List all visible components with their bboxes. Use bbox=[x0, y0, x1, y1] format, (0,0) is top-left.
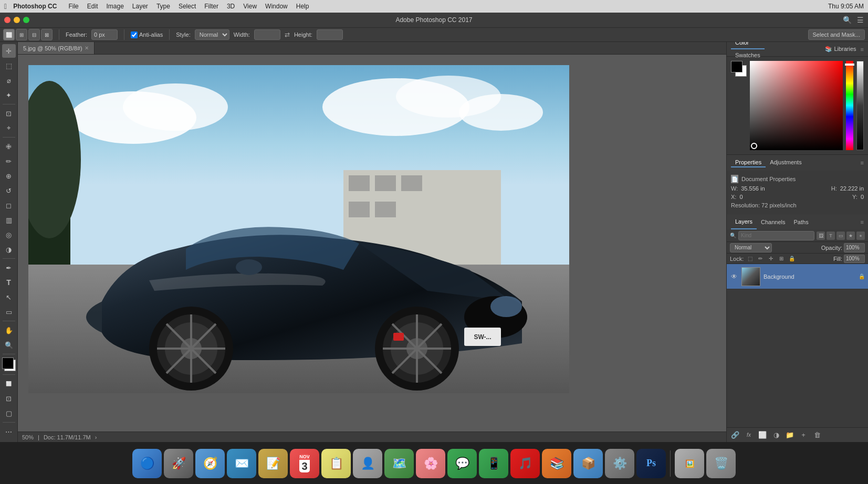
style-select[interactable]: Normal bbox=[195, 29, 229, 40]
tool-brush[interactable]: ✏ bbox=[2, 154, 16, 168]
tool-lasso[interactable]: ⌀ bbox=[2, 73, 16, 87]
filter-shape-icon[interactable]: ▭ bbox=[836, 232, 845, 240]
dock-trash[interactable]: 🗑️ bbox=[706, 449, 736, 478]
swap-icon[interactable]: ⇄ bbox=[285, 31, 290, 38]
color-panel-menu[interactable]: ≡ bbox=[861, 46, 864, 52]
anti-alias-checkbox-label[interactable]: Anti-alias bbox=[131, 31, 163, 38]
dock-photos[interactable]: 🌸 bbox=[416, 449, 445, 478]
opacity-input[interactable] bbox=[844, 243, 865, 252]
layer-item[interactable]: 👁 Background 🔒 bbox=[727, 264, 868, 289]
tab-adjustments[interactable]: Adjustments bbox=[766, 158, 806, 167]
tab-layers[interactable]: Layers bbox=[731, 215, 757, 229]
menu-type[interactable]: Type bbox=[153, 3, 173, 10]
dock-contacts[interactable]: 👤 bbox=[353, 449, 382, 478]
layers-panel-menu[interactable]: ≡ bbox=[861, 219, 864, 225]
file-tab-close[interactable]: ✕ bbox=[85, 45, 89, 51]
minimize-button[interactable] bbox=[14, 17, 20, 23]
tool-extras[interactable]: ⋯ bbox=[2, 425, 16, 438]
tool-clone[interactable]: ⊕ bbox=[2, 169, 16, 183]
lock-transparent-btn[interactable]: ⬚ bbox=[746, 255, 754, 263]
dock-appstore[interactable]: 📦 bbox=[573, 449, 603, 478]
tab-properties[interactable]: Properties bbox=[731, 158, 766, 167]
dock-sysprefs[interactable]: ⚙️ bbox=[605, 449, 634, 478]
menu-view[interactable]: View bbox=[240, 3, 260, 10]
tool-pen[interactable]: ✒ bbox=[2, 261, 16, 275]
select-mask-button[interactable]: Select and Mask... bbox=[808, 29, 865, 40]
dock-recent-photo[interactable]: 🖼️ bbox=[675, 449, 704, 478]
lock-position-btn[interactable]: ✛ bbox=[767, 255, 775, 263]
tool-type[interactable]: T bbox=[2, 276, 16, 289]
tool-gradient[interactable]: ▥ bbox=[2, 213, 16, 227]
properties-panel-menu[interactable]: ≡ bbox=[861, 160, 864, 166]
file-tab[interactable]: 5.jpg @ 50% (RGB/8#) ✕ bbox=[18, 42, 95, 54]
dock-books[interactable]: 📚 bbox=[542, 449, 571, 478]
status-arrow[interactable]: › bbox=[95, 434, 97, 440]
fullscreen-button[interactable] bbox=[23, 17, 29, 23]
lock-pixels-btn[interactable]: ✏ bbox=[756, 255, 765, 263]
dock-maps[interactable]: 🗺️ bbox=[384, 449, 414, 478]
tool-crop[interactable]: ⊡ bbox=[2, 107, 16, 120]
dock-photoshop[interactable]: Ps bbox=[636, 449, 666, 478]
sidebar-icon[interactable]: ☰ bbox=[857, 16, 864, 24]
select-subtract-btn[interactable]: ⊟ bbox=[28, 29, 40, 40]
tool-blur[interactable]: ◎ bbox=[2, 228, 16, 241]
select-intersect-btn[interactable]: ⊠ bbox=[41, 29, 53, 40]
dock-facetime[interactable]: 📱 bbox=[479, 449, 508, 478]
dock-calendar[interactable]: NOV 3 bbox=[290, 449, 319, 478]
color-swatch-box[interactable] bbox=[731, 61, 747, 77]
select-new-btn[interactable]: ⬜ bbox=[3, 29, 15, 40]
fill-input[interactable] bbox=[844, 255, 865, 263]
tool-hand[interactable]: ✋ bbox=[2, 323, 16, 337]
color-squares[interactable] bbox=[2, 357, 16, 371]
dock-messages[interactable]: 💬 bbox=[447, 449, 477, 478]
anti-alias-checkbox[interactable] bbox=[131, 31, 138, 38]
dock-finder[interactable]: 🔵 bbox=[132, 449, 162, 478]
dock-music[interactable]: 🎵 bbox=[510, 449, 540, 478]
dock-launchpad[interactable]: 🚀 bbox=[164, 449, 193, 478]
tool-history-brush[interactable]: ↺ bbox=[2, 184, 16, 197]
menu-layer[interactable]: Layer bbox=[129, 3, 151, 10]
tool-magic-wand[interactable]: ✦ bbox=[2, 88, 16, 102]
adjustment-btn[interactable]: ◑ bbox=[771, 430, 781, 440]
tab-swatches[interactable]: Swatches bbox=[731, 49, 765, 62]
tool-frame[interactable]: ▢ bbox=[2, 406, 16, 420]
close-button[interactable] bbox=[4, 17, 11, 23]
menu-edit[interactable]: Edit bbox=[84, 3, 101, 10]
delete-layer-btn[interactable]: 🗑 bbox=[812, 430, 822, 440]
tool-shape[interactable]: ▭ bbox=[2, 305, 16, 319]
tab-color[interactable]: Color bbox=[731, 42, 765, 49]
menu-select[interactable]: Select bbox=[175, 3, 199, 10]
tab-paths[interactable]: Paths bbox=[790, 215, 813, 229]
dock-notes[interactable]: 📝 bbox=[258, 449, 288, 478]
filter-color-icon[interactable]: ● bbox=[856, 232, 865, 240]
color-spectrum-bar[interactable] bbox=[846, 61, 853, 150]
menu-window[interactable]: Window bbox=[262, 3, 291, 10]
tool-eyedropper[interactable]: ⌖ bbox=[2, 121, 16, 135]
width-input[interactable] bbox=[254, 29, 280, 40]
foreground-color-box[interactable] bbox=[2, 357, 14, 369]
lock-artboard-btn[interactable]: ⊞ bbox=[777, 255, 786, 263]
tool-eraser[interactable]: ◻ bbox=[2, 198, 16, 212]
menu-file[interactable]: File bbox=[65, 3, 81, 10]
tool-zoom[interactable]: 🔍 bbox=[2, 338, 16, 352]
opacity-bar[interactable] bbox=[856, 61, 864, 150]
tool-dodge[interactable]: ◑ bbox=[2, 243, 16, 256]
color-gradient[interactable] bbox=[750, 61, 843, 150]
tab-channels[interactable]: Channels bbox=[757, 215, 789, 229]
link-layers-btn[interactable]: 🔗 bbox=[730, 430, 740, 440]
tool-healing[interactable]: ✙ bbox=[2, 140, 16, 153]
tool-select-rect[interactable]: ⬚ bbox=[2, 59, 16, 72]
layer-search-input[interactable] bbox=[738, 231, 814, 240]
libraries-button[interactable]: 📚 Libraries bbox=[825, 46, 856, 52]
spectrum-thumb[interactable] bbox=[845, 64, 854, 66]
menu-filter[interactable]: Filter bbox=[201, 3, 222, 10]
new-layer-btn[interactable]: + bbox=[798, 430, 809, 440]
lock-all-btn[interactable]: 🔒 bbox=[788, 255, 796, 263]
dock-safari[interactable]: 🧭 bbox=[195, 449, 225, 478]
layer-visibility-toggle[interactable]: 👁 bbox=[730, 272, 738, 281]
tool-path-select[interactable]: ↖ bbox=[2, 290, 16, 304]
dock-mail[interactable]: ✉️ bbox=[227, 449, 256, 478]
color-fg-swatch[interactable] bbox=[731, 61, 742, 72]
feather-input[interactable] bbox=[91, 29, 118, 40]
canvas-wrapper[interactable]: SW-... bbox=[18, 55, 726, 432]
